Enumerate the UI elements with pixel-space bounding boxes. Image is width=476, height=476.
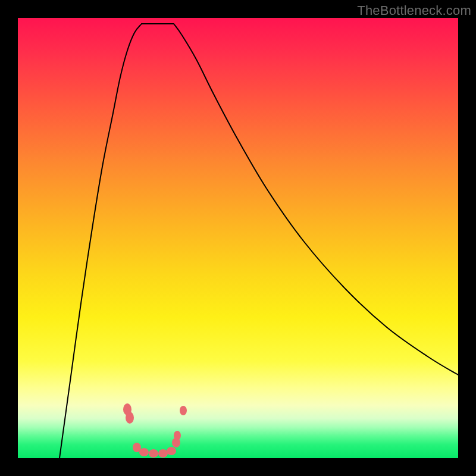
marker-dot <box>180 406 187 415</box>
marker-dot <box>158 449 168 458</box>
series-left-curve <box>60 24 142 458</box>
marker-dot <box>167 447 176 455</box>
chart-frame: TheBottleneck.com <box>0 0 476 476</box>
marker-dot <box>139 448 149 456</box>
marker-dot <box>174 431 181 440</box>
watermark-text: TheBottleneck.com <box>357 3 471 18</box>
plot-area <box>18 18 458 458</box>
curve-svg <box>18 18 458 458</box>
marker-group <box>123 403 187 458</box>
curve-group <box>60 24 458 458</box>
series-right-curve <box>174 24 458 375</box>
marker-dot <box>126 412 134 424</box>
marker-dot <box>149 449 158 458</box>
